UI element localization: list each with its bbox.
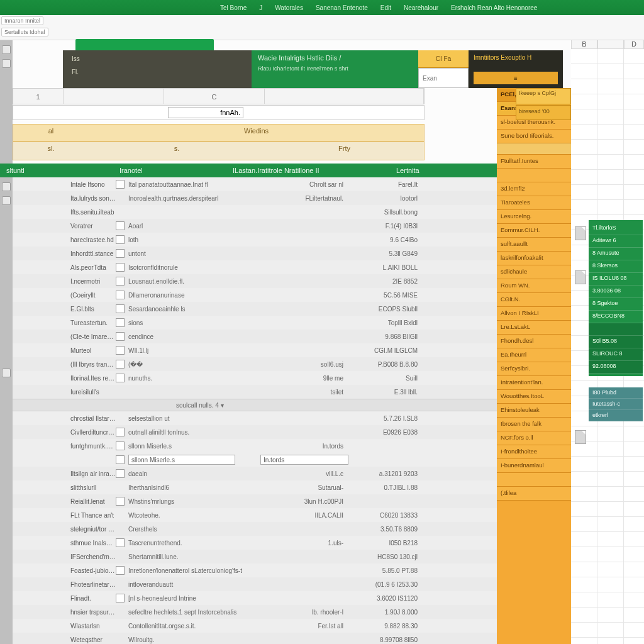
row-checkbox[interactable]: [116, 235, 125, 244]
bg-cell[interactable]: [624, 638, 644, 644]
side-cell[interactable]: [497, 473, 571, 487]
side-cell[interactable]: Ehinstoleuleak: [497, 404, 571, 418]
bg-cell[interactable]: [571, 94, 597, 109]
bg-cell[interactable]: [571, 592, 597, 608]
document-icon[interactable]: [575, 226, 586, 240]
float-teal-row[interactable]: etkrerl: [589, 410, 643, 421]
bg-cell[interactable]: [597, 487, 624, 502]
bg-cell[interactable]: [571, 64, 597, 79]
bg-cell[interactable]: [624, 426, 644, 441]
bg-cell[interactable]: [571, 140, 597, 155]
side-cell[interactable]: Serfcyslbri.: [497, 362, 571, 376]
float-green-row[interactable]: 92.08008: [589, 361, 643, 374]
col-header[interactable]: [64, 89, 164, 104]
float-teal-row[interactable]: Iutetassh-c: [589, 399, 643, 410]
side-cell[interactable]: laskrilfonfoakalit: [497, 252, 571, 265]
row-checkbox[interactable]: [116, 469, 125, 478]
side-cell[interactable]: Lre.LsLakL: [497, 321, 571, 335]
side-cell[interactable]: 3d.lemfl2: [497, 182, 571, 196]
row-checkbox[interactable]: [116, 497, 125, 506]
bg-cell[interactable]: [571, 200, 597, 215]
bg-cell[interactable]: [624, 502, 644, 517]
bg-cell[interactable]: [571, 155, 597, 170]
cat-cell[interactable]: sl.: [13, 142, 89, 160]
bg-cell[interactable]: [597, 547, 624, 562]
bg-cell[interactable]: [624, 608, 644, 623]
bg-cell[interactable]: [624, 155, 644, 170]
bg-cell[interactable]: [624, 517, 644, 532]
ribbon-item[interactable]: Tel Borne: [220, 4, 247, 11]
rail-button[interactable]: [2, 196, 11, 205]
bg-cell[interactable]: [624, 547, 644, 562]
side-cell[interactable]: Ftulltatf.Iuntes: [497, 155, 571, 169]
float-green-row[interactable]: Tl.iltorloS: [589, 223, 643, 235]
bg-cell[interactable]: [597, 592, 624, 608]
col-header[interactable]: 1: [13, 89, 64, 104]
bg-cell[interactable]: [624, 109, 644, 125]
cat-cell[interactable]: Frty: [265, 142, 424, 160]
bg-cell[interactable]: [597, 441, 624, 457]
bg-cell[interactable]: [571, 49, 597, 64]
section-col[interactable]: sltuntl: [6, 167, 82, 174]
side-cell[interactable]: sulft.aaullt: [497, 238, 571, 252]
side-cell[interactable]: Roum WN.: [497, 279, 571, 293]
bg-cell[interactable]: [624, 94, 644, 109]
bg-cell[interactable]: [624, 592, 644, 608]
float-green-row[interactable]: 3.80036 08: [589, 286, 643, 298]
row-checkbox[interactable]: [116, 455, 125, 464]
ribbon-item[interactable]: Nearehalour: [404, 4, 438, 11]
header-menu-button[interactable]: ≡: [474, 72, 558, 84]
row-checkbox[interactable]: [116, 441, 125, 450]
bg-cell[interactable]: [571, 79, 597, 94]
name-box-input[interactable]: [168, 107, 243, 118]
bg-cell[interactable]: [624, 140, 644, 155]
bg-cell[interactable]: [571, 487, 597, 502]
row-checkbox[interactable]: [116, 221, 125, 230]
row-checkbox[interactable]: [116, 277, 125, 286]
bg-cell[interactable]: [597, 623, 624, 638]
toolbar-chip[interactable]: Sertalluts Idohal: [1, 28, 48, 36]
rail-button[interactable]: [2, 182, 11, 191]
row-checkbox[interactable]: [116, 249, 125, 258]
bg-cell[interactable]: [571, 125, 597, 140]
section-col[interactable]: Lertnita: [396, 167, 472, 174]
bg-cell[interactable]: [597, 608, 624, 623]
bg-cell[interactable]: [624, 457, 644, 472]
bg-cell[interactable]: [624, 577, 644, 592]
bg-cell[interactable]: [571, 562, 597, 577]
bg-cell[interactable]: [571, 623, 597, 638]
bg-cell[interactable]: [571, 170, 597, 185]
float-green-row[interactable]: 8 Amusute: [589, 248, 643, 260]
cat-cell[interactable]: al: [13, 125, 89, 141]
col-header[interactable]: C: [164, 89, 265, 104]
bg-cell[interactable]: [624, 472, 644, 487]
cat-cell[interactable]: Wiedins: [89, 125, 424, 141]
row-checkbox[interactable]: [116, 180, 125, 189]
float-green-row[interactable]: 8 Sgektoe: [589, 298, 643, 311]
side-cell[interactable]: [497, 169, 571, 182]
bg-cell[interactable]: [571, 547, 597, 562]
ribbon-item[interactable]: Watorales: [275, 4, 303, 11]
float-green-row[interactable]: IS ILOLU6 08: [589, 273, 643, 286]
bg-cell[interactable]: [624, 623, 644, 638]
bg-cell[interactable]: [597, 64, 624, 79]
bg-cell[interactable]: [571, 457, 597, 472]
bg-cell[interactable]: [597, 94, 624, 109]
row-checkbox[interactable]: [116, 374, 125, 382]
row-checkbox[interactable]: [116, 291, 125, 299]
side-cell[interactable]: Allvon I RIskLI: [497, 307, 571, 321]
document-icon[interactable]: [575, 270, 586, 284]
side-cell[interactable]: Tiaroateles: [497, 196, 571, 210]
bg-cell[interactable]: [624, 185, 644, 200]
ribbon-item[interactable]: Edit: [380, 4, 391, 11]
bg-cell[interactable]: [571, 502, 597, 517]
bg-cell[interactable]: [571, 517, 597, 532]
row-checkbox[interactable]: [116, 428, 125, 436]
row-checkbox[interactable]: [116, 538, 125, 547]
ribbon-item[interactable]: J: [259, 4, 262, 11]
active-sheet-tab[interactable]: [75, 39, 214, 50]
float-green-row[interactable]: [589, 323, 643, 336]
header-cell-input[interactable]: Exan: [418, 68, 469, 88]
bg-cell[interactable]: [624, 170, 644, 185]
rail-button[interactable]: [2, 59, 11, 68]
